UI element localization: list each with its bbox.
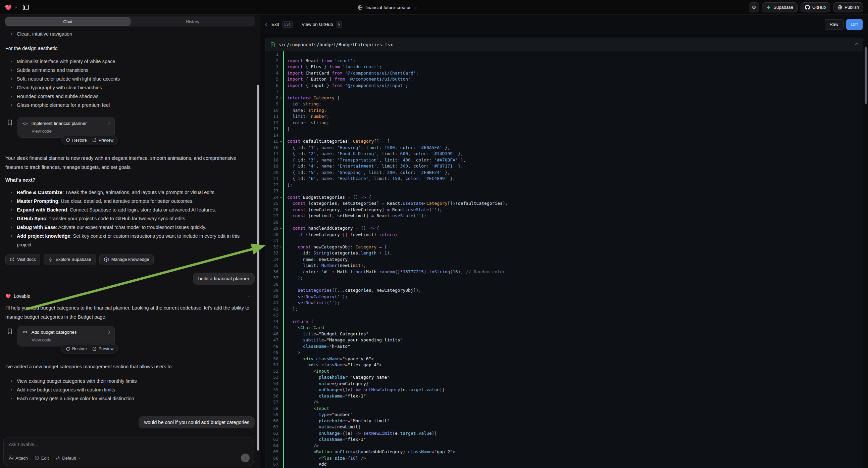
chat-input[interactable]: Ask Lovable... xyxy=(9,442,249,447)
code-line: 15const defaultCategories: Category[] = … xyxy=(266,138,863,145)
code-line: 3import { Plus } from 'lucide-react'; xyxy=(266,64,863,70)
lovable-logo-menu[interactable] xyxy=(5,4,17,11)
fold-chevron-icon[interactable] xyxy=(279,227,282,229)
code-line: 38 xyxy=(266,281,863,288)
restore-button[interactable]: Restore xyxy=(66,138,87,143)
edit-button[interactable]: Edit xyxy=(35,456,49,461)
line-number: 65 xyxy=(266,449,278,455)
supabase-button[interactable]: Supabase xyxy=(762,2,798,12)
sidebar-toggle-button[interactable] xyxy=(21,3,31,12)
card-title: Add budget categories xyxy=(31,330,104,335)
chevron-right-icon xyxy=(107,122,111,125)
fold-chevron-icon[interactable] xyxy=(279,140,282,142)
external-link-icon xyxy=(92,347,97,351)
code-text: const BudgetCategories = () => { xyxy=(284,195,371,201)
project-switcher[interactable]: financial-future-creator xyxy=(358,0,416,15)
tool-block-1: <> Implement financial planner View code… xyxy=(18,117,115,145)
fold-chevron-icon[interactable] xyxy=(279,245,282,248)
code-line: 14 xyxy=(266,132,863,139)
code-text: { id: '1', name: 'Housing', limit: 1500,… xyxy=(284,145,450,151)
line-number: 27 xyxy=(266,213,278,219)
code-text xyxy=(284,188,290,195)
preview-button[interactable]: Preview xyxy=(92,347,114,351)
code-line: 18 { id: '3', name: 'Transportation', li… xyxy=(266,157,863,164)
settings-button[interactable]: ⚙ xyxy=(749,2,759,12)
code-text: const [newLimit, setNewLimit] = React.us… xyxy=(284,213,427,219)
card-title: Implement financial planner xyxy=(31,121,104,126)
view-code-link[interactable]: View code xyxy=(32,128,110,134)
line-number: 9 xyxy=(266,101,278,108)
line-number: 61 xyxy=(266,424,278,430)
lovable-heart-icon xyxy=(5,4,12,11)
code-change-card[interactable]: <> Add budget categories View code xyxy=(18,326,115,347)
restore-label: Restore xyxy=(72,347,87,351)
restore-preview-pill: Restore Preview xyxy=(61,344,118,353)
file-header[interactable]: src/components/budget/BudgetCategories.t… xyxy=(266,38,863,51)
code-line: 7 xyxy=(266,89,863,95)
code-line: 62 onChange={(e) => setNewLimit(e.target… xyxy=(266,430,863,437)
code-line: 67 Add xyxy=(266,461,863,468)
mode-selector[interactable]: Default xyxy=(55,456,80,461)
explore-supabase-button[interactable]: Explore Supabase xyxy=(43,254,96,265)
code-text: } xyxy=(284,126,290,132)
whats-next-heading: What's next? xyxy=(5,177,255,183)
code-line: 51 <div className="flex gap-4"> xyxy=(266,362,863,368)
line-number: 51 xyxy=(266,362,278,368)
code-text: /> xyxy=(284,443,319,449)
line-number: 11 xyxy=(266,114,278,120)
code-viewer-header: Exit ESC View on GitHub G Raw Diff xyxy=(260,15,868,34)
line-number: 20 xyxy=(266,170,278,176)
code-text: import { Plus } from 'lucide-react'; xyxy=(284,64,382,70)
chevron-right-icon xyxy=(107,330,111,334)
line-number: 52 xyxy=(266,368,278,375)
code-text: <ChartCard xyxy=(284,325,324,331)
fold-chevron-icon[interactable] xyxy=(279,196,282,198)
code-text: const handleAddCategory = () => { xyxy=(284,225,379,232)
code-line: 52 <Input xyxy=(266,368,863,375)
raw-toggle-button[interactable]: Raw xyxy=(825,19,843,30)
attach-button[interactable]: Attach xyxy=(9,456,28,461)
exit-button[interactable]: Exit xyxy=(272,22,279,27)
code-text: limit: number; xyxy=(284,114,329,120)
view-code-link[interactable]: View code xyxy=(32,338,110,343)
chevron-up-icon[interactable] xyxy=(855,43,859,46)
bullet-item: Clean, intuitive navigation xyxy=(5,30,255,38)
code-scrollbar[interactable] xyxy=(865,47,867,104)
publish-button[interactable]: Publish xyxy=(833,2,863,12)
line-number: 12 xyxy=(266,120,278,126)
restore-button[interactable]: Restore xyxy=(66,347,87,351)
code-text xyxy=(284,132,290,139)
github-button[interactable]: GitHub xyxy=(801,2,830,12)
bookmark-icon[interactable] xyxy=(7,119,12,125)
bookmark-icon[interactable] xyxy=(7,328,12,334)
bullet-item: Each category gets a unique color for vi… xyxy=(5,394,255,403)
fold-chevron-icon[interactable] xyxy=(279,96,282,99)
preview-button[interactable]: Preview xyxy=(92,138,114,143)
code-text: subtitle="Manage your spending limits" xyxy=(284,337,403,344)
tab-chat[interactable]: Chat xyxy=(5,17,130,26)
visit-docs-button[interactable]: Visit docs xyxy=(5,254,40,265)
line-number: 3 xyxy=(266,64,278,70)
supabase-outline-icon xyxy=(48,257,53,262)
diff-toggle-button[interactable]: Diff xyxy=(846,19,863,30)
code-text: className="flex-1" xyxy=(284,393,366,400)
code-text: <Plus size={16} /> xyxy=(284,455,366,462)
chevron-down-icon xyxy=(78,456,81,459)
line-number: 28 xyxy=(266,219,278,226)
code-line: 37 }; xyxy=(266,275,863,281)
code-line: 11 limit: number; xyxy=(266,114,863,120)
chat-scrollbar[interactable] xyxy=(257,85,259,450)
manage-knowledge-button[interactable]: Manage knowledge xyxy=(99,254,154,265)
line-number: 37 xyxy=(266,275,278,281)
line-number: 58 xyxy=(266,406,278,412)
next-step-item: GitHub Sync: Transfer your project’s cod… xyxy=(5,214,255,223)
tab-history[interactable]: History xyxy=(130,17,255,26)
code-line: 56 className="flex-1" xyxy=(266,393,863,400)
code-line: 26 const [newCategory, setNewCategory] =… xyxy=(266,207,863,213)
message-menu-button[interactable]: ··· xyxy=(248,293,255,299)
view-on-github-button[interactable]: View on GitHub G xyxy=(302,22,342,28)
code-text: const defaultCategories: Category[] = [ xyxy=(284,138,390,145)
code-line: 42 }; xyxy=(266,306,863,313)
code-change-card[interactable]: <> Implement financial planner View code xyxy=(18,117,115,138)
send-button[interactable]: ↑ xyxy=(241,454,250,462)
